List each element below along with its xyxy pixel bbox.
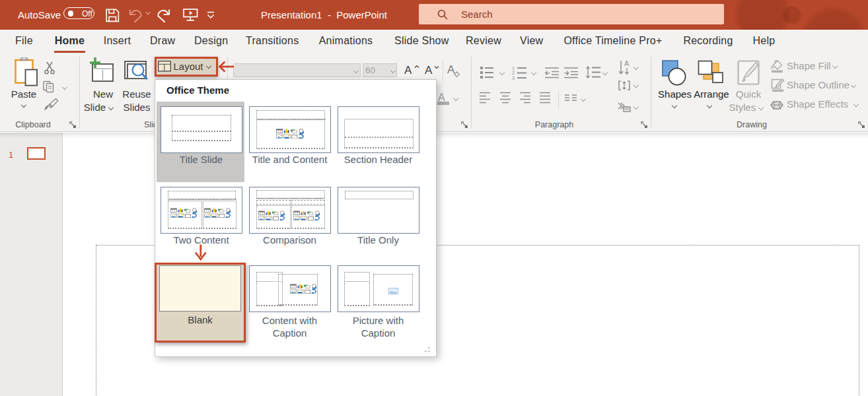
svg-text:2: 2 [512, 71, 515, 75]
svg-text:A: A [624, 60, 630, 67]
svg-text:3: 3 [512, 76, 515, 81]
svg-text:1: 1 [512, 66, 515, 71]
